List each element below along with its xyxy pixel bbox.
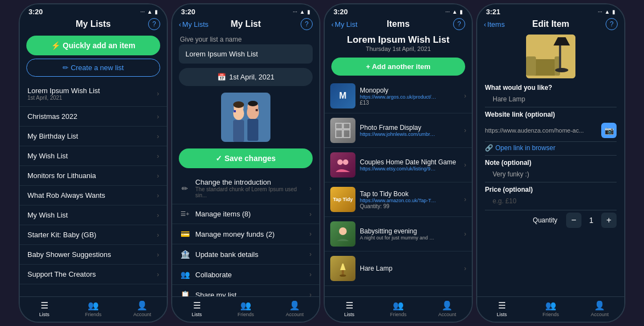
collaborate-menu-item[interactable]: 👥 Collaborate › <box>172 265 319 285</box>
item-row-monopoly[interactable]: M Monopoly https://www.argos.co.uk/produ… <box>325 79 472 113</box>
tab-bar-2: ☰ Lists 👥 Friends 👤 Account <box>172 296 319 322</box>
add-item-button[interactable]: + Add another item <box>331 58 465 76</box>
list-item[interactable]: Support The Creators › <box>20 265 167 284</box>
tab-account-2[interactable]: 👤 Account <box>270 300 319 317</box>
qty-increase-button[interactable]: + <box>601 213 617 228</box>
minus-icon: − <box>571 215 576 225</box>
item-row-lamp[interactable]: Hare Lamp › <box>325 251 472 286</box>
svg-point-17 <box>339 227 347 235</box>
create-list-label: ✏ Create a new list <box>63 64 123 72</box>
list-item[interactable]: My Wish List › <box>20 146 167 166</box>
list-item[interactable]: My Birthday List › <box>20 127 167 146</box>
help-button-4[interactable]: ? <box>606 18 618 30</box>
tab-account-label: Account <box>133 312 151 317</box>
tab-lists-3[interactable]: ☰ Lists <box>325 300 374 317</box>
list-name-input[interactable]: Lorem Ipsum Wish List <box>179 44 313 64</box>
qty-value: 1 <box>586 216 597 225</box>
list-title: My Birthday List <box>27 132 78 140</box>
note-label: Note (optional) <box>477 156 624 168</box>
battery-icon: ▮ <box>460 9 463 15</box>
bank-details-menu-item[interactable]: 🏦 Update bank details › <box>172 244 319 265</box>
item-link: https://www.johnlewis.com/umbra-ex... <box>360 131 437 137</box>
friends-tab-icon: 👥 <box>393 300 404 311</box>
status-time-2: 3:20 <box>181 8 195 16</box>
chevron-icon: › <box>464 230 466 238</box>
nav-title-4: Edit Item <box>532 19 569 29</box>
tab-bar-3: ☰ Lists 👥 Friends 👤 Account <box>325 296 472 322</box>
account-tab-icon: 👤 <box>137 300 148 311</box>
tab-bar-1: ☰ Lists 👥 Friends 👤 Account <box>20 296 167 322</box>
chevron-icon: › <box>309 185 312 192</box>
create-list-button[interactable]: ✏ Create a new list <box>26 59 160 77</box>
list-item[interactable]: Monitors for Lithuania › <box>20 166 167 186</box>
tab-lists-1[interactable]: ☰ Lists <box>20 300 69 317</box>
svg-rect-12 <box>343 123 350 129</box>
back-button-3[interactable]: ‹ My List <box>331 20 358 28</box>
status-time-3: 3:20 <box>334 8 348 16</box>
wifi-icon: ▲ <box>452 9 457 15</box>
chevron-icon: › <box>157 152 159 160</box>
quick-add-button[interactable]: ⚡ Quickly add an item <box>26 36 160 55</box>
list-title: Monitors for Lithuania <box>27 171 96 180</box>
item-row-couples[interactable]: Couples Home Date Night Game https://www… <box>325 148 472 182</box>
save-button[interactable]: ✓ Save changes <box>179 148 313 168</box>
back-button-2[interactable]: ‹ My Lists <box>179 20 208 28</box>
list-item[interactable]: Baby Shower Suggestions › <box>20 245 167 265</box>
item-row-babysit[interactable]: Babysitting evening A night out for just… <box>325 217 472 251</box>
couple-photo-svg <box>221 93 270 142</box>
item-image[interactable] <box>526 35 575 78</box>
change-intro-menu-item[interactable]: ✏ Change the introduction The standard c… <box>172 173 319 204</box>
item-thumb-monopoly: M <box>330 83 355 108</box>
list-header: Lorem Ipsum Wish List Thursday 1st April… <box>325 31 472 54</box>
camera-button[interactable]: 📷 <box>601 123 617 138</box>
help-button-2[interactable]: ? <box>301 18 313 30</box>
svg-rect-14 <box>343 130 350 138</box>
screen-content-3: Lorem Ipsum Wish List Thursday 1st April… <box>325 31 472 296</box>
tab-lists-2[interactable]: ☰ Lists <box>172 300 221 317</box>
help-button-3[interactable]: ? <box>453 18 465 30</box>
share-menu-item[interactable]: 📋 Share my list › <box>172 285 319 296</box>
bank-icon: 🏦 <box>180 250 190 259</box>
item-title: Couples Home Date Night Game <box>360 158 460 166</box>
tab-friends-2[interactable]: 👥 Friends <box>221 300 270 317</box>
list-icon: ☰+ <box>180 210 190 218</box>
share-icon: 📋 <box>180 290 190 296</box>
date-picker-button[interactable]: 📅 1st April, 2021 <box>179 68 313 86</box>
signal-icon: ··· <box>598 9 602 15</box>
manage-money-menu-item[interactable]: 💳 Manage money funds (2) › <box>172 224 319 244</box>
manage-items-menu-item[interactable]: ☰+ Manage items (8) › <box>172 204 319 224</box>
external-link-icon: 🔗 <box>485 144 493 152</box>
svg-rect-25 <box>559 45 561 70</box>
open-link-button[interactable]: 🔗 Open link in browser <box>477 142 624 155</box>
tab-friends-4[interactable]: 👥 Friends <box>526 300 575 317</box>
list-photo[interactable] <box>221 93 270 142</box>
qty-decrease-button[interactable]: − <box>566 213 581 228</box>
tab-lists-4[interactable]: ☰ Lists <box>477 300 526 317</box>
list-item[interactable]: What Rob Always Wants › <box>20 186 167 205</box>
quick-add-label: ⚡ Quickly add an item <box>51 41 135 50</box>
list-item[interactable]: Starter Kit: Baby (GB) › <box>20 225 167 245</box>
list-item[interactable]: Lorem Ipsum Wish List 1st April, 2021 › <box>20 81 167 107</box>
item-row-photoframe[interactable]: Photo Frame Display https://www.johnlewi… <box>325 113 472 148</box>
list-item[interactable]: Christmas 2022 › <box>20 107 167 127</box>
tab-account-4[interactable]: 👤 Account <box>575 300 624 317</box>
chevron-icon: › <box>157 251 159 259</box>
list-name-value: Lorem Ipsum Wish List <box>185 50 258 58</box>
date-value: 1st April, 2021 <box>229 73 274 81</box>
status-time-1: 3:20 <box>29 8 43 16</box>
chevron-icon: › <box>464 127 466 134</box>
chevron-icon: › <box>157 172 159 180</box>
list-item[interactable]: My Wish List › <box>20 205 167 225</box>
chevron-icon: › <box>309 210 312 218</box>
item-row-tidy[interactable]: Tap Tidy Tap to Tidy Book https://www.am… <box>325 182 472 217</box>
tab-friends-3[interactable]: 👥 Friends <box>374 300 422 317</box>
item-thumb-babysit <box>330 221 355 247</box>
back-button-4[interactable]: ‹ Items <box>484 20 505 28</box>
tab-friends-1[interactable]: 👥 Friends <box>69 300 117 317</box>
list-title: Christmas 2022 <box>27 112 77 121</box>
tab-account-3[interactable]: 👤 Account <box>423 300 472 317</box>
tab-account-1[interactable]: 👤 Account <box>118 300 167 317</box>
signal-icon: ··· <box>140 9 145 15</box>
help-button-1[interactable]: ? <box>148 18 160 30</box>
tab-label: Account <box>286 312 304 317</box>
